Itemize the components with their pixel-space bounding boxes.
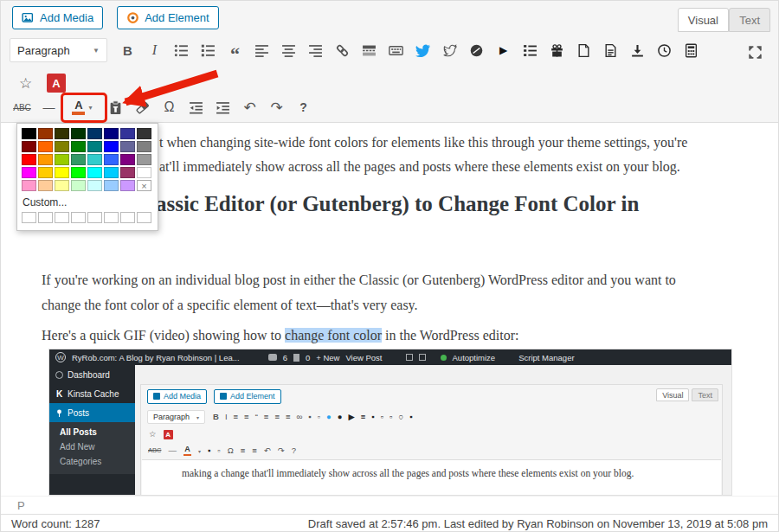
redo-button[interactable]: ↷	[264, 94, 289, 120]
color-swatch[interactable]	[22, 154, 36, 165]
mini-autoptimize-link[interactable]: Autoptimize	[453, 353, 496, 362]
color-swatch[interactable]	[104, 180, 119, 191]
color-swatch[interactable]	[104, 141, 119, 152]
color-swatch[interactable]	[104, 128, 119, 139]
section-heading[interactable]: lassic Editor (or Gutenberg) to Change F…	[150, 192, 639, 216]
color-swatch[interactable]	[120, 167, 135, 178]
mini-sidebar-categories[interactable]: Categories	[49, 454, 135, 469]
fullscreen-button[interactable]	[743, 39, 768, 65]
color-swatch[interactable]	[22, 128, 36, 139]
color-swatch[interactable]	[38, 154, 53, 165]
remove-color-button[interactable]: ×	[137, 180, 151, 191]
mini-toolbar-row-2[interactable]: ☆ A	[141, 426, 722, 442]
mini-sidebar-add-new[interactable]: Add New	[49, 439, 135, 454]
custom-color-swatch[interactable]	[55, 212, 69, 223]
twitter-outline-button[interactable]	[437, 37, 462, 63]
color-swatch[interactable]	[137, 141, 151, 152]
color-swatch[interactable]	[71, 128, 86, 139]
document-button[interactable]	[598, 37, 623, 63]
red-a-button[interactable]: A	[47, 74, 66, 93]
undo-button[interactable]: ↶	[237, 94, 262, 120]
custom-color-swatch[interactable]	[87, 212, 102, 223]
color-swatch[interactable]	[120, 154, 135, 165]
align-right-button[interactable]	[303, 37, 328, 63]
color-swatch[interactable]	[87, 154, 102, 165]
mini-site-title[interactable]: RyRob.com: A Blog by Ryan Robinson | Lea…	[72, 353, 240, 362]
mini-view-post-link[interactable]: View Post	[345, 353, 382, 362]
mini-text-tab[interactable]: Text	[692, 388, 718, 401]
custom-color-swatch[interactable]	[120, 212, 135, 223]
horizontal-rule-button[interactable]: —	[36, 94, 61, 120]
play-button[interactable]: ▶	[491, 37, 516, 63]
mini-script-manager-link[interactable]: Script Manager	[518, 353, 574, 362]
color-swatch[interactable]	[120, 180, 135, 191]
color-swatch[interactable]	[55, 128, 69, 139]
bold-button[interactable]: B	[115, 37, 140, 63]
color-swatch[interactable]	[38, 167, 53, 178]
color-swatch[interactable]	[71, 167, 86, 178]
custom-color-swatch[interactable]	[22, 212, 36, 223]
mini-new-button[interactable]: + New	[316, 353, 339, 362]
color-swatch[interactable]	[87, 180, 102, 191]
text-tab[interactable]: Text	[729, 8, 770, 32]
color-swatch[interactable]	[55, 141, 69, 152]
mini-sidebar-all-posts[interactable]: All Posts	[49, 425, 135, 439]
help-button[interactable]: ?	[291, 94, 316, 120]
strikethrough-button[interactable]: ABC	[10, 94, 35, 120]
mini-sidebar-dashboard[interactable]: Dashboard	[49, 365, 135, 384]
custom-color-swatch[interactable]	[104, 212, 119, 223]
color-swatch[interactable]	[137, 167, 151, 178]
comments-icon[interactable]	[268, 354, 277, 361]
mini-toolbar-row-1[interactable]: Paragraph ▾ B I ≡ ≡ “ ≡ ≡ ≡ ∞ ▪ ▫	[141, 407, 722, 426]
plugin-icon[interactable]	[406, 354, 413, 361]
numbered-list-button[interactable]	[196, 37, 221, 63]
paragraph-3[interactable]: Here's a quick GIF (video) showing how t…	[42, 324, 518, 348]
paragraph-dropdown[interactable]: Paragraph ▼	[10, 38, 107, 62]
toolbar-toggle-button[interactable]	[383, 37, 409, 63]
click-to-tweet-button[interactable]	[410, 37, 435, 63]
page-button[interactable]	[571, 37, 596, 63]
wordpress-logo-icon[interactable]: W	[55, 352, 66, 362]
color-swatch[interactable]	[87, 167, 102, 178]
paragraph-2[interactable]: If you're working on an individual blog …	[42, 267, 676, 317]
mini-editor-content[interactable]: making a change that'll immediately show…	[142, 459, 721, 496]
blockquote-button[interactable]: “	[222, 37, 248, 63]
social-circle-button[interactable]	[464, 37, 489, 63]
custom-color-link[interactable]: Custom...	[21, 192, 154, 211]
color-swatch[interactable]	[87, 128, 102, 139]
color-swatch[interactable]	[87, 141, 102, 152]
mini-sidebar-kinsta-cache[interactable]: K Kinsta Cache	[49, 384, 135, 403]
color-swatch[interactable]	[22, 180, 36, 191]
color-swatch[interactable]	[22, 167, 36, 178]
mini-paragraph-dropdown[interactable]: Paragraph ▾	[147, 410, 205, 424]
color-swatch[interactable]	[22, 141, 36, 152]
color-swatch[interactable]	[55, 167, 69, 178]
color-swatch[interactable]	[38, 128, 53, 139]
playlist-button[interactable]	[518, 37, 543, 63]
mini-toolbar-row-3[interactable]: ABC — A ▾ ▪ ▫ Ω ≡ ≡ ↶ ↷ ?	[141, 442, 722, 459]
color-swatch[interactable]	[104, 167, 119, 178]
color-swatch[interactable]	[71, 154, 86, 165]
gift-button[interactable]	[544, 37, 570, 63]
favorite-button[interactable]: ☆	[13, 70, 38, 96]
color-swatch[interactable]	[55, 154, 69, 165]
mini-sidebar-posts[interactable]: Posts	[49, 403, 135, 422]
mini-add-media-button[interactable]: Add Media	[147, 389, 207, 404]
visual-tab[interactable]: Visual	[678, 8, 729, 32]
indent-button[interactable]	[210, 94, 235, 120]
color-swatch[interactable]	[120, 128, 135, 139]
color-swatch[interactable]	[71, 180, 86, 191]
mini-add-element-button[interactable]: Add Element	[214, 389, 281, 404]
text-color-button[interactable]: A ▾	[63, 94, 101, 120]
download-button[interactable]	[625, 37, 650, 63]
color-swatch[interactable]	[55, 180, 69, 191]
paste-as-text-button[interactable]	[103, 94, 128, 120]
link-button[interactable]	[330, 37, 355, 63]
bulleted-list-button[interactable]	[169, 37, 194, 63]
add-media-button[interactable]: Add Media	[12, 6, 103, 29]
updates-icon[interactable]	[293, 354, 299, 362]
clear-formatting-button[interactable]	[130, 94, 155, 120]
outdent-button[interactable]	[183, 94, 209, 120]
color-swatch[interactable]	[71, 141, 86, 152]
color-swatch[interactable]	[38, 141, 53, 152]
